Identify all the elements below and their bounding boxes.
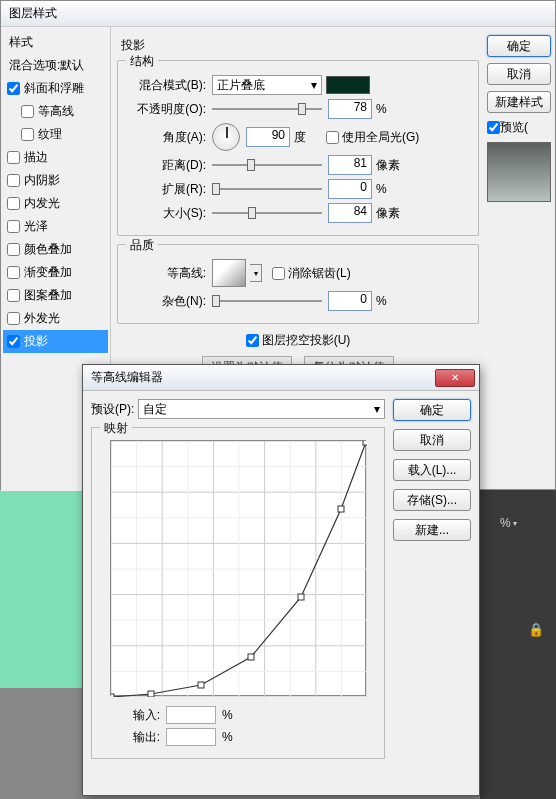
sidebar-header[interactable]: 样式: [3, 31, 108, 54]
input-label: 输入:: [120, 707, 160, 724]
style-checkbox[interactable]: [7, 312, 20, 325]
global-light-checkbox[interactable]: 使用全局光(G): [326, 129, 419, 146]
style-checkbox[interactable]: [7, 335, 20, 348]
quality-group-title: 品质: [126, 237, 158, 254]
size-slider[interactable]: [212, 204, 322, 222]
contour-ok-button[interactable]: 确定: [393, 399, 471, 421]
style-item-2[interactable]: 纹理: [3, 123, 108, 146]
chevron-down-icon: ▾: [513, 519, 523, 528]
lock-icon[interactable]: 🔒: [528, 622, 544, 637]
style-item-1[interactable]: 等高线: [3, 100, 108, 123]
style-item-7[interactable]: 颜色叠加: [3, 238, 108, 261]
close-button[interactable]: ✕: [435, 369, 475, 387]
opacity-label: 不透明度(O):: [126, 101, 212, 118]
contour-dropdown-arrow[interactable]: ▾: [250, 264, 262, 282]
style-item-4[interactable]: 内阴影: [3, 169, 108, 192]
blend-mode-label: 混合模式(B):: [126, 77, 212, 94]
ok-button[interactable]: 确定: [487, 35, 551, 57]
opacity-indicator[interactable]: %▾: [500, 516, 523, 530]
angle-label: 角度(A):: [126, 129, 212, 146]
style-item-10[interactable]: 外发光: [3, 307, 108, 330]
svg-rect-26: [298, 594, 304, 600]
blending-options-item[interactable]: 混合选项:默认: [3, 54, 108, 77]
style-item-label: 光泽: [24, 218, 48, 235]
style-item-3[interactable]: 描边: [3, 146, 108, 169]
contour-save-button[interactable]: 存储(S)...: [393, 489, 471, 511]
style-checkbox[interactable]: [7, 220, 20, 233]
style-item-label: 颜色叠加: [24, 241, 72, 258]
distance-field[interactable]: 81: [328, 155, 372, 175]
cancel-button[interactable]: 取消: [487, 63, 551, 85]
style-item-label: 外发光: [24, 310, 60, 327]
noise-slider[interactable]: [212, 292, 322, 310]
chevron-down-icon: ▾: [311, 78, 317, 92]
output-label: 输出:: [120, 729, 160, 746]
style-item-0[interactable]: 斜面和浮雕: [3, 77, 108, 100]
opacity-slider[interactable]: [212, 100, 322, 118]
dialog-right-buttons: 确定 取消 新建样式 预览(: [485, 27, 555, 491]
style-item-11[interactable]: 投影: [3, 330, 108, 353]
preview-checkbox[interactable]: 预览(: [487, 119, 553, 136]
distance-label: 距离(D):: [126, 157, 212, 174]
blend-mode-select[interactable]: 正片叠底▾: [212, 75, 322, 95]
style-checkbox[interactable]: [21, 105, 34, 118]
structure-group-title: 结构: [126, 53, 158, 70]
right-dark-panel: [480, 488, 556, 799]
opacity-field[interactable]: 78: [328, 99, 372, 119]
panel-section-title: 投影: [121, 38, 145, 52]
spread-field[interactable]: 0: [328, 179, 372, 199]
style-item-9[interactable]: 图案叠加: [3, 284, 108, 307]
new-style-button[interactable]: 新建样式: [487, 91, 551, 113]
contour-picker[interactable]: [212, 259, 246, 287]
style-checkbox[interactable]: [21, 128, 34, 141]
style-checkbox[interactable]: [7, 243, 20, 256]
size-field[interactable]: 84: [328, 203, 372, 223]
noise-field[interactable]: 0: [328, 291, 372, 311]
preset-select[interactable]: 自定▾: [138, 399, 385, 419]
contour-dialog-titlebar[interactable]: 等高线编辑器 ✕: [83, 365, 479, 391]
spread-slider[interactable]: [212, 180, 322, 198]
mapping-title: 映射: [100, 420, 132, 437]
style-item-label: 图案叠加: [24, 287, 72, 304]
mapping-group: 映射 输入: % 输出: %: [91, 427, 385, 759]
angle-field[interactable]: 90: [246, 127, 290, 147]
style-item-label: 内发光: [24, 195, 60, 212]
style-item-5[interactable]: 内发光: [3, 192, 108, 215]
style-checkbox[interactable]: [7, 289, 20, 302]
style-item-label: 渐变叠加: [24, 264, 72, 281]
contour-editor-dialog: 等高线编辑器 ✕ 预设(P): 自定▾ 映射 输入: % 输出:: [82, 364, 480, 796]
contour-curve-canvas[interactable]: [110, 440, 366, 696]
style-item-label: 等高线: [38, 103, 74, 120]
contour-new-button[interactable]: 新建...: [393, 519, 471, 541]
style-checkbox[interactable]: [7, 197, 20, 210]
style-checkbox[interactable]: [7, 82, 20, 95]
style-item-6[interactable]: 光泽: [3, 215, 108, 238]
svg-rect-28: [363, 441, 367, 445]
noise-label: 杂色(N):: [126, 293, 212, 310]
style-checkbox[interactable]: [7, 266, 20, 279]
antialias-checkbox[interactable]: 消除锯齿(L): [272, 265, 351, 282]
style-item-label: 内阴影: [24, 172, 60, 189]
background-green: [0, 488, 82, 688]
svg-rect-27: [338, 506, 344, 512]
contour-dialog-title: 等高线编辑器: [91, 369, 163, 386]
svg-rect-22: [111, 694, 114, 697]
style-checkbox[interactable]: [7, 151, 20, 164]
contour-cancel-button[interactable]: 取消: [393, 429, 471, 451]
output-field[interactable]: [166, 728, 216, 746]
structure-group: 结构 混合模式(B): 正片叠底▾ 不透明度(O): 78 % 角度(A): 9…: [117, 60, 479, 236]
input-field[interactable]: [166, 706, 216, 724]
shadow-color-swatch[interactable]: [326, 76, 370, 94]
knockout-checkbox[interactable]: 图层挖空投影(U): [246, 332, 351, 349]
svg-rect-25: [248, 654, 254, 660]
style-item-label: 投影: [24, 333, 48, 350]
contour-label: 等高线:: [126, 265, 212, 282]
spread-label: 扩展(R):: [126, 181, 212, 198]
style-item-label: 斜面和浮雕: [24, 80, 84, 97]
contour-load-button[interactable]: 载入(L)...: [393, 459, 471, 481]
style-item-8[interactable]: 渐变叠加: [3, 261, 108, 284]
style-checkbox[interactable]: [7, 174, 20, 187]
distance-slider[interactable]: [212, 156, 322, 174]
preset-label: 预设(P):: [91, 401, 134, 418]
angle-dial[interactable]: [212, 123, 240, 151]
